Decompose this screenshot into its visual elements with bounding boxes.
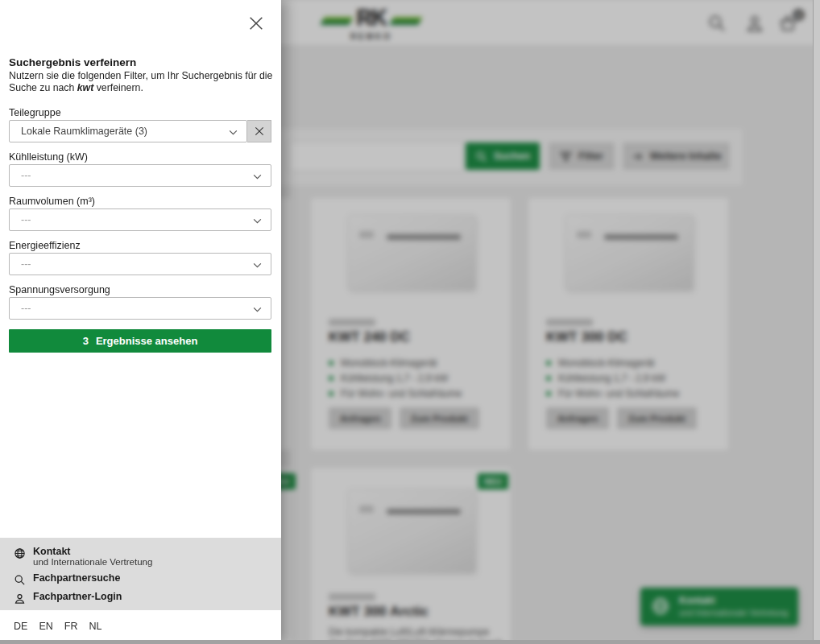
show-results-button[interactable]: 3Ergebnisse ansehen (9, 329, 271, 353)
close-icon (247, 14, 265, 32)
filter-value: --- (21, 258, 31, 270)
vertical-scrollbar[interactable] (813, 0, 820, 644)
partner-login-label: Fachpartner-Login (33, 592, 122, 602)
filter-label-energieeffizienz: Energieeffizienz (9, 240, 81, 251)
language-link-nl[interactable]: NL (89, 621, 101, 632)
language-link-en[interactable]: EN (39, 621, 52, 632)
search-icon (14, 574, 26, 586)
contact-link[interactable]: Kontakt und Internationale Vertretung (14, 547, 152, 568)
horizontal-scrollbar[interactable] (0, 640, 820, 644)
results-count: 3 (83, 335, 89, 347)
partner-login-link[interactable]: Fachpartner-Login (14, 592, 122, 605)
drawer-quick-links: Kontakt und Internationale Vertretung Fa… (0, 538, 281, 610)
clear-x-icon (254, 126, 265, 137)
results-label: Ergebnisse ansehen (96, 335, 197, 347)
language-switcher: DE EN FR NL (14, 621, 101, 632)
filter-select-spannungsversorgung[interactable]: --- (9, 297, 271, 320)
filter-select-teilegruppe[interactable]: Lokale Raumklimageräte (3) (9, 120, 247, 142)
language-link-fr[interactable]: FR (64, 621, 78, 632)
partner-search-label: Fachpartnersuche (33, 573, 120, 584)
language-link-de[interactable]: DE (14, 621, 27, 632)
user-icon (14, 592, 26, 605)
globe-icon (14, 547, 26, 559)
chevron-down-icon (252, 260, 263, 270)
filter-select-raumvolumen[interactable]: --- (9, 208, 271, 231)
search-term: kwt (77, 82, 94, 93)
filter-drawer: Suchergebnis verfeinern Nutzern sie die … (0, 0, 281, 644)
chevron-down-icon (252, 171, 263, 182)
drawer-title: Suchergebnis verfeinern (9, 56, 136, 68)
filter-label-kuehlleistung: Kühlleistung (kW) (9, 151, 88, 163)
chevron-down-icon (252, 216, 263, 226)
filter-value: --- (21, 303, 31, 314)
contact-link-sublabel: und Internationale Vertretung (33, 557, 152, 568)
filter-label-spannungsversorgung: Spannungsversorgung (9, 284, 110, 295)
chevron-down-icon (228, 127, 238, 138)
filter-label-raumvolumen: Raumvolumen (m³) (9, 196, 95, 207)
contact-link-label: Kontakt (33, 547, 152, 557)
filter-select-energieeffizienz[interactable]: --- (9, 253, 271, 275)
filter-value: Lokale Raumklimageräte (3) (21, 126, 147, 137)
drawer-description: Nutzern sie die folgenden Filter, um Ihr… (9, 70, 273, 94)
filter-label-teilegruppe: Teilegruppe (9, 107, 61, 118)
description-suffix: verfeinern. (93, 82, 143, 93)
filter-value: --- (21, 214, 31, 225)
drawer-close-button[interactable] (245, 13, 267, 35)
partner-search-link[interactable]: Fachpartnersuche (14, 573, 120, 586)
chevron-down-icon (252, 304, 263, 315)
filter-clear-button[interactable] (247, 120, 271, 142)
filter-select-kuehlleistung[interactable]: --- (9, 164, 271, 187)
app-root: RK REMKO 0 Suchen Filter (0, 0, 820, 644)
filter-value: --- (21, 170, 31, 181)
